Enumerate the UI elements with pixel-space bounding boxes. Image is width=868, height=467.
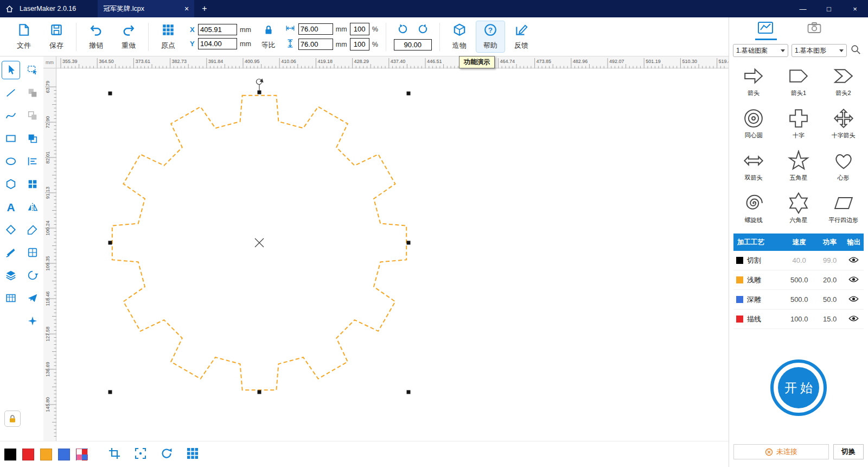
process-row-trace[interactable]: 描线 100.0 15.0 — [733, 310, 864, 329]
weld-tool[interactable] — [24, 130, 41, 147]
process-row-deep-engrave[interactable]: 深雕 500.0 50.0 — [733, 290, 864, 310]
grid-icon[interactable] — [186, 447, 199, 462]
shape-arrow[interactable]: 箭头 — [731, 60, 776, 102]
shape-category-dropdown[interactable]: 1.基本图形 — [792, 44, 847, 57]
shape-cross[interactable]: 十字 — [776, 102, 821, 144]
group-tool[interactable] — [24, 84, 41, 102]
refresh-icon[interactable] — [160, 447, 173, 462]
layer-color-swatch[interactable] — [736, 276, 743, 283]
rotate-cw-icon[interactable] — [417, 23, 429, 37]
document-tab[interactable]: 冠军奖牌.lcpx × — [98, 0, 194, 17]
file-button[interactable]: 文件 — [8, 23, 40, 51]
width-input[interactable] — [298, 23, 333, 35]
switch-device-button[interactable]: 切换 — [833, 444, 864, 459]
origin-button[interactable]: 原点 — [152, 23, 184, 51]
new-tab-button[interactable]: + — [202, 4, 207, 14]
y-position-input[interactable] — [198, 38, 237, 49]
table-tool[interactable] — [2, 289, 20, 307]
tab-close-icon[interactable]: × — [184, 4, 189, 13]
width-percent-input[interactable] — [350, 23, 369, 35]
curve-tool[interactable] — [2, 107, 20, 124]
eye-icon — [848, 256, 859, 263]
array-tool[interactable] — [24, 175, 41, 193]
svg-text:501.19: 501.19 — [646, 59, 661, 64]
chevron-down-icon — [839, 49, 844, 52]
shape-spiral[interactable]: 螺旋线 — [731, 187, 776, 229]
shape-cross-arrow[interactable]: 十字箭头 — [821, 102, 866, 144]
layer-color-swatch[interactable] — [736, 296, 743, 303]
start-button[interactable]: 开始 — [770, 359, 827, 416]
process-row-light-engrave[interactable]: 浅雕 500.0 20.0 — [733, 270, 864, 290]
search-icon[interactable] — [850, 44, 861, 57]
select-tool[interactable] — [2, 61, 20, 79]
visibility-toggle[interactable] — [844, 310, 864, 329]
svg-text:473.85: 473.85 — [537, 59, 552, 64]
window-grid-tool[interactable] — [24, 244, 41, 261]
height-input[interactable] — [298, 39, 333, 50]
color-swatch-orange[interactable] — [40, 449, 52, 460]
node-select-tool[interactable] — [24, 61, 41, 79]
fit-view-icon[interactable] — [134, 447, 147, 462]
shape-parallelogram[interactable]: 平行四边形 — [821, 187, 866, 229]
visibility-toggle[interactable] — [844, 290, 864, 310]
color-swatch-multi[interactable] — [76, 449, 88, 460]
height-percent-input[interactable] — [350, 38, 369, 51]
line-tool[interactable] — [2, 84, 20, 102]
color-swatch-red[interactable] — [22, 449, 34, 460]
color-swatch-blue[interactable] — [58, 449, 70, 460]
redo-button[interactable]: 重做 — [112, 23, 145, 51]
spark-tool[interactable] — [24, 312, 41, 330]
text-tool[interactable]: A — [2, 198, 20, 216]
visibility-toggle[interactable] — [844, 270, 864, 290]
close-button[interactable]: × — [842, 0, 868, 17]
send-tool[interactable] — [24, 289, 41, 307]
help-button[interactable]: ? 帮助 — [476, 21, 505, 53]
maximize-button[interactable]: □ — [816, 0, 842, 17]
shape-arrow1[interactable]: 箭头1 — [776, 60, 821, 102]
feedback-button[interactable]: 反馈 — [505, 23, 538, 51]
twist-tool[interactable] — [24, 267, 41, 284]
save-button[interactable]: 保存 — [40, 23, 73, 51]
svg-text:373.61: 373.61 — [135, 59, 150, 64]
shape-heart[interactable]: 心形 — [821, 144, 866, 187]
layer-color-swatch[interactable] — [736, 257, 743, 264]
layer-color-swatch[interactable] — [736, 315, 743, 323]
selection-overlay[interactable] — [56, 68, 729, 441]
process-row-cut[interactable]: 切割 40.0 99.0 — [733, 251, 864, 270]
tab-shape-library[interactable] — [757, 21, 774, 37]
shape-arrow2[interactable]: 箭头2 — [821, 60, 866, 102]
minimize-button[interactable]: — — [790, 0, 816, 17]
tab-camera[interactable] — [807, 22, 821, 36]
knife-tool[interactable] — [2, 244, 20, 261]
ungroup-tool[interactable] — [24, 107, 41, 124]
layers-tool[interactable] — [2, 267, 20, 284]
polygon-tool[interactable] — [2, 175, 20, 193]
shape-star6[interactable]: 六角星 — [776, 187, 821, 229]
create-button[interactable]: 造物 — [443, 23, 476, 51]
shape-star5[interactable]: 五角星 — [776, 144, 821, 187]
x-label: X — [190, 26, 195, 34]
rotation-input[interactable] — [394, 39, 432, 51]
pentagon-arrow-icon — [787, 65, 810, 87]
color-swatch-black[interactable] — [4, 449, 16, 460]
shape-double-arrow[interactable]: 双箭头 — [731, 144, 776, 187]
canvas-lock-button[interactable] — [4, 411, 21, 427]
undo-button[interactable]: 撤销 — [80, 23, 112, 51]
home-icon[interactable] — [0, 0, 18, 17]
pen-tool[interactable] — [24, 221, 41, 238]
lock-icon — [262, 23, 275, 39]
mirror-tool[interactable] — [24, 198, 41, 216]
ellipse-tool[interactable] — [2, 153, 20, 170]
x-position-input[interactable] — [198, 24, 237, 35]
rotate-ccw-icon[interactable] — [397, 23, 409, 37]
align-tool[interactable] — [24, 153, 41, 170]
design-canvas[interactable] — [56, 68, 729, 441]
library-dropdown[interactable]: 1.基础图案 — [733, 44, 788, 57]
crop-icon[interactable] — [108, 447, 121, 462]
diamond-tool[interactable] — [2, 221, 20, 238]
rectangle-tool[interactable] — [2, 130, 20, 147]
visibility-toggle[interactable] — [844, 251, 864, 270]
shape-concentric-circles[interactable]: 同心圆 — [731, 102, 776, 144]
panel-tabs — [729, 17, 868, 40]
lock-ratio-button[interactable]: 等比 — [257, 23, 280, 50]
